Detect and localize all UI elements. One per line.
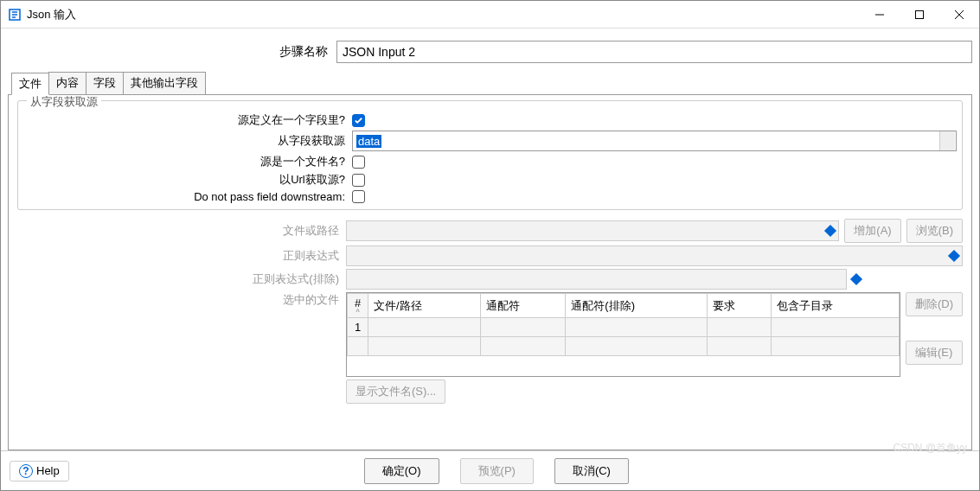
dropdown-handle-icon[interactable] <box>939 131 955 150</box>
selected-files-label: 选中的文件 <box>17 292 346 308</box>
tab-file[interactable]: 文件 <box>11 73 49 95</box>
regex-exclude-label: 正则表达式(排除) <box>17 271 346 287</box>
regex-input <box>346 246 963 266</box>
step-name-label: 步骤名称 <box>8 44 336 60</box>
no-pass-checkbox[interactable] <box>352 190 365 203</box>
variable-icon <box>850 273 862 285</box>
svg-rect-2 <box>916 10 924 18</box>
table-row[interactable] <box>348 337 900 356</box>
source-from-field-group: 从字段获取源 源定义在一个字段里? 从字段获取源 data 源是一个文件名? 以… <box>17 100 963 210</box>
by-url-label: 以Url获取源? <box>23 172 352 188</box>
col-wildcard-exclude[interactable]: 通配符(排除) <box>566 294 708 318</box>
edit-button[interactable]: 编辑(E) <box>906 341 963 365</box>
by-url-checkbox[interactable] <box>352 174 365 187</box>
title-bar: Json 输入 <box>1 1 979 29</box>
selected-files-table[interactable]: #^ 文件/路径 通配符 通配符(排除) 要求 包含子目录 1 <box>346 292 900 377</box>
help-button[interactable]: ? Help <box>10 461 69 481</box>
bottom-bar: ? Help 确定(O) 预览(P) 取消(C) <box>1 450 979 490</box>
tab-fields[interactable]: 字段 <box>86 72 124 94</box>
fieldset-legend: 从字段获取源 <box>27 95 101 110</box>
col-subdirs[interactable]: 包含子目录 <box>772 294 900 318</box>
file-or-path-label: 文件或路径 <box>17 223 346 239</box>
get-from-field-label: 从字段获取源 <box>23 133 352 149</box>
source-in-field-label: 源定义在一个字段里? <box>23 112 352 128</box>
close-button[interactable] <box>939 1 979 29</box>
source-in-field-checkbox[interactable] <box>352 114 365 127</box>
regex-label: 正则表达式 <box>17 248 346 264</box>
tab-panel-file: 从字段获取源 源定义在一个字段里? 从字段获取源 data 源是一个文件名? 以… <box>8 95 972 450</box>
delete-button[interactable]: 删除(D) <box>906 292 963 316</box>
col-filepath[interactable]: 文件/路径 <box>368 294 481 318</box>
maximize-button[interactable] <box>900 1 939 29</box>
get-from-field-input[interactable]: data <box>352 131 957 151</box>
variable-icon <box>824 225 836 237</box>
no-pass-label: Do not pass field downstream: <box>23 190 352 203</box>
app-icon <box>8 8 22 22</box>
minimize-button[interactable] <box>860 1 900 29</box>
window-title: Json 输入 <box>27 7 76 22</box>
ok-button[interactable]: 确定(O) <box>364 458 439 484</box>
is-filename-label: 源是一个文件名? <box>23 154 352 169</box>
browse-button[interactable]: 浏览(B) <box>906 219 963 243</box>
tab-other-output[interactable]: 其他输出字段 <box>123 72 206 94</box>
preview-button[interactable]: 预览(P) <box>460 458 534 484</box>
watermark: CSDN @首鱼yy <box>893 441 967 456</box>
help-icon: ? <box>19 464 33 478</box>
is-filename-checkbox[interactable] <box>352 156 365 169</box>
cancel-button[interactable]: 取消(C) <box>554 458 629 484</box>
variable-icon <box>948 250 960 262</box>
add-button[interactable]: 增加(A) <box>844 219 900 243</box>
col-hash: #^ <box>348 294 368 318</box>
step-name-input[interactable] <box>336 41 972 63</box>
regex-exclude-input <box>346 269 847 290</box>
table-row[interactable]: 1 <box>348 318 900 337</box>
col-required[interactable]: 要求 <box>708 294 772 318</box>
show-filename-button[interactable]: 显示文件名(S)... <box>346 379 445 404</box>
tab-bar: 文件 内容 字段 其他输出字段 <box>8 72 972 95</box>
tab-content[interactable]: 内容 <box>48 72 86 94</box>
col-wildcard[interactable]: 通配符 <box>480 294 565 318</box>
get-from-field-value: data <box>356 135 381 148</box>
file-or-path-input <box>346 220 839 241</box>
